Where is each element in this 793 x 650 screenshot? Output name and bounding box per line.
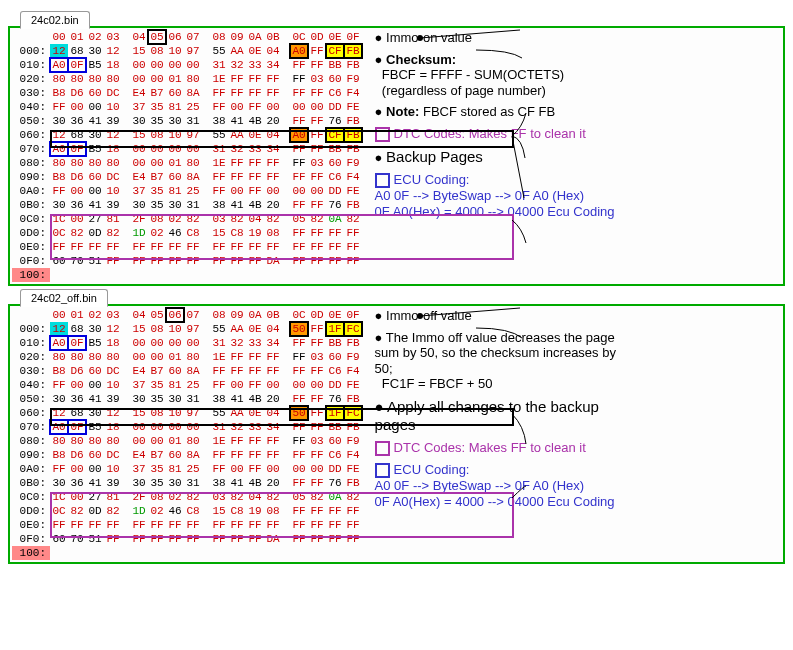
hex-cell[interactable]: 70 (68, 532, 86, 546)
hex-cell[interactable]: 30 (50, 476, 68, 490)
hex-cell[interactable]: 76 (326, 392, 344, 406)
hex-cell[interactable]: FF (246, 364, 264, 378)
hex-cell[interactable]: FF (130, 240, 148, 254)
hex-cell[interactable]: FF (308, 58, 326, 72)
hex-cell[interactable]: 0F (68, 142, 86, 156)
hex-cell[interactable]: 38 (210, 476, 228, 490)
hex-cell[interactable]: 12 (50, 322, 68, 336)
hex-cell[interactable]: B7 (148, 364, 166, 378)
hex-cell[interactable]: 00 (166, 142, 184, 156)
hex-cell[interactable]: 10 (104, 100, 122, 114)
hex-cell[interactable]: 82 (184, 490, 202, 504)
hex-cell[interactable]: 2F (130, 490, 148, 504)
hex-cell[interactable]: FF (290, 336, 308, 350)
hex-cell[interactable]: 00 (86, 378, 104, 392)
hex-cell[interactable]: FF (246, 86, 264, 100)
hex-cell[interactable]: FF (264, 434, 282, 448)
hex-cell[interactable]: E4 (130, 86, 148, 100)
hex-cell[interactable]: FF (166, 532, 184, 546)
hex-cell[interactable]: 00 (148, 156, 166, 170)
hex-cell[interactable]: 60 (166, 364, 184, 378)
hex-cell[interactable]: DD (326, 100, 344, 114)
hex-cell[interactable]: 30 (50, 198, 68, 212)
hex-cell[interactable]: 60 (166, 170, 184, 184)
hex-cell[interactable]: 37 (130, 462, 148, 476)
hex-cell[interactable]: 00 (148, 336, 166, 350)
hex-cell[interactable]: FF (50, 240, 68, 254)
hex-cell[interactable]: 82 (344, 490, 362, 504)
hex-cell[interactable]: FF (148, 518, 166, 532)
hex-cell[interactable]: 18 (104, 336, 122, 350)
hex-cell[interactable]: F9 (344, 72, 362, 86)
hex-cell[interactable]: 80 (104, 434, 122, 448)
hex-cell[interactable]: 68 (68, 406, 86, 420)
hex-cell[interactable]: B7 (148, 448, 166, 462)
hex-cell[interactable]: FF (246, 184, 264, 198)
hex-cell[interactable]: FF (290, 364, 308, 378)
hex-cell[interactable]: FF (184, 254, 202, 268)
hex-cell[interactable]: FF (308, 504, 326, 518)
hex-cell[interactable]: FF (228, 156, 246, 170)
hex-cell[interactable]: 00 (68, 490, 86, 504)
hex-cell[interactable]: 76 (326, 476, 344, 490)
hex-cell[interactable]: 00 (68, 100, 86, 114)
hex-cell[interactable]: 00 (184, 58, 202, 72)
hex-cell[interactable]: B7 (148, 86, 166, 100)
hex-cell[interactable]: FF (308, 198, 326, 212)
hex-cell[interactable]: FF (68, 518, 86, 532)
hex-cell[interactable]: FF (210, 170, 228, 184)
hex-cell[interactable]: 02 (166, 490, 184, 504)
hex-cell[interactable]: 1E (210, 350, 228, 364)
hex-cell[interactable]: 25 (184, 378, 202, 392)
hex-cell[interactable]: 80 (50, 156, 68, 170)
hex-cell[interactable]: 0A (326, 212, 344, 226)
hex-cell[interactable]: 41 (228, 476, 246, 490)
hex-cell[interactable]: 25 (184, 462, 202, 476)
hex-cell[interactable]: FF (308, 128, 326, 142)
hex-cell[interactable]: A0 (50, 420, 68, 434)
hex-cell[interactable]: FF (228, 170, 246, 184)
hex-cell[interactable]: 00 (228, 378, 246, 392)
hex-cell[interactable]: D6 (68, 448, 86, 462)
hex-cell[interactable]: FF (308, 406, 326, 420)
hex-cell[interactable]: FF (228, 240, 246, 254)
hex-cell[interactable]: FF (228, 532, 246, 546)
hex-cell[interactable]: 00 (148, 420, 166, 434)
hex-cell[interactable]: 32 (228, 58, 246, 72)
hex-cell[interactable]: FF (326, 254, 344, 268)
hex-cell[interactable]: 00 (264, 100, 282, 114)
hex-cell[interactable]: 80 (184, 156, 202, 170)
hex-cell[interactable]: AA (228, 322, 246, 336)
hex-cell[interactable]: 81 (166, 100, 184, 114)
hex-cell[interactable]: 82 (264, 490, 282, 504)
hex-cell[interactable]: C8 (228, 504, 246, 518)
hex-cell[interactable]: 12 (104, 44, 122, 58)
hex-cell[interactable]: 03 (308, 434, 326, 448)
hex-cell[interactable]: D6 (68, 86, 86, 100)
hex-cell[interactable]: 60 (166, 86, 184, 100)
hex-cell[interactable]: 00 (166, 58, 184, 72)
hex-cell[interactable]: 08 (148, 406, 166, 420)
hex-cell[interactable]: 55 (210, 406, 228, 420)
hex-cell[interactable]: 00 (148, 72, 166, 86)
hex-cell[interactable]: FF (326, 518, 344, 532)
hex-cell[interactable]: FB (344, 58, 362, 72)
hex-cell[interactable]: 00 (130, 142, 148, 156)
hex-cell[interactable]: 04 (264, 128, 282, 142)
hex-cell[interactable]: 35 (148, 184, 166, 198)
hex-cell[interactable]: 00 (130, 350, 148, 364)
hex-cell[interactable]: 1C (50, 212, 68, 226)
hex-cell[interactable]: 60 (50, 254, 68, 268)
hex-cell[interactable]: 36 (68, 114, 86, 128)
hex-cell[interactable]: 12 (50, 128, 68, 142)
hex-cell[interactable]: C8 (228, 226, 246, 240)
hex-cell[interactable]: 12 (50, 44, 68, 58)
hex-cell[interactable]: 82 (104, 504, 122, 518)
hex-cell[interactable]: 32 (228, 420, 246, 434)
hex-cell[interactable]: 08 (148, 44, 166, 58)
hex-cell[interactable]: C6 (326, 170, 344, 184)
hex-cell[interactable]: 80 (86, 156, 104, 170)
hex-cell[interactable]: 1E (210, 434, 228, 448)
hex-cell[interactable]: 00 (308, 378, 326, 392)
hex-cell[interactable]: 00 (130, 58, 148, 72)
